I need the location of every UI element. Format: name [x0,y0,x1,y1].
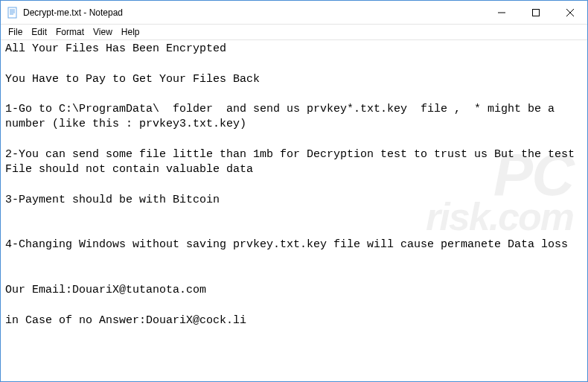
window-title: Decrypt-me.txt - Notepad [23,7,485,18]
minimize-button[interactable] [485,1,519,24]
close-button[interactable] [553,1,587,24]
text-editor[interactable]: All Your Files Has Been Encrypted You Ha… [1,39,587,381]
notepad-icon [7,7,19,19]
menubar: File Edit Format View Help [1,25,587,39]
svg-rect-6 [533,9,540,16]
menu-format[interactable]: Format [51,25,89,39]
menu-file[interactable]: File [4,25,27,39]
menu-edit[interactable]: Edit [27,25,51,39]
menu-help[interactable]: Help [117,25,144,39]
titlebar: Decrypt-me.txt - Notepad [1,1,587,25]
window-controls [485,1,587,24]
menu-view[interactable]: View [89,25,117,39]
notepad-window: Decrypt-me.txt - Notepad File Edit Forma… [0,0,588,382]
maximize-button[interactable] [519,1,553,24]
